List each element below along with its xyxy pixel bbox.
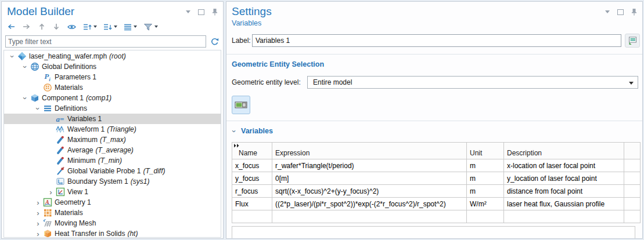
tree-item-root[interactable]: laser_heating_wafer.mph (root) [4, 51, 221, 61]
var-name-cell[interactable] [232, 210, 272, 223]
var-name-cell[interactable]: y_focus [232, 172, 272, 185]
collapse-icon[interactable] [103, 21, 112, 32]
back-icon[interactable] [6, 21, 16, 32]
pin-icon[interactable] [630, 8, 638, 16]
tree-item-label: Minimum [67, 157, 96, 165]
forward-icon[interactable] [22, 21, 31, 32]
definitions-icon [42, 104, 53, 113]
var-extra-cell[interactable] [624, 185, 641, 198]
model-builder-window-controls [184, 8, 218, 16]
var-expression-cell[interactable]: sqrt((x-x_focus)^2+(y-y_focus)^2) [272, 185, 467, 198]
move-up-icon[interactable] [38, 21, 46, 32]
tree-item-average[interactable]: Average (T_average) [4, 145, 221, 155]
panel-menu-chevron-icon[interactable] [603, 8, 611, 16]
float-window-icon[interactable] [617, 8, 624, 16]
tree-item-component-1[interactable]: Component 1 (comp1) [4, 93, 221, 103]
tree-item-global-definitions[interactable]: Global Definitions [4, 61, 221, 72]
column-header-empty [624, 143, 641, 159]
tree-item-view-1[interactable]: View 1 [4, 187, 221, 197]
var-extra-cell[interactable] [624, 198, 641, 210]
show-icon[interactable] [67, 21, 77, 32]
move-down-icon[interactable] [52, 21, 60, 32]
create-named-reference-button[interactable] [625, 34, 640, 48]
tree-item-variables-1[interactable]: a= Variables 1 [4, 114, 221, 124]
var-description-cell[interactable]: distance from focal point [504, 185, 624, 198]
filter-group [143, 21, 158, 32]
geometric-entity-level-row: Geometric entity level: Entire model [232, 76, 638, 89]
variables-table-empty-area[interactable] [232, 226, 635, 239]
var-extra-cell[interactable] [624, 172, 641, 185]
tree-item-label: Global Variable Probe 1 [67, 167, 141, 175]
var-expression-cell[interactable]: 0[m] [272, 172, 467, 185]
collapse-menu-caret-icon[interactable] [114, 26, 117, 28]
geometric-entity-level-select[interactable]: Entire model [307, 76, 638, 89]
tree-item-tag: (T_average) [95, 146, 133, 154]
var-unit-cell[interactable]: m [467, 172, 504, 185]
tree-item-waveform-1[interactable]: Waveform 1 (Triangle) [4, 124, 221, 134]
column-header-description: Description [504, 143, 624, 159]
var-expression-cell[interactable] [272, 210, 467, 223]
var-expression-cell[interactable]: r_wafer*Triangle(t/period) [272, 159, 467, 172]
chevron-expanded-icon[interactable] [21, 63, 29, 71]
tree-item-materials-component[interactable]: Materials [4, 208, 221, 218]
tree-item-definitions[interactable]: Definitions [4, 103, 221, 114]
active-selection-toggle-button[interactable] [232, 96, 250, 114]
filter-menu-caret-icon[interactable] [154, 26, 158, 28]
tree-item-minimum[interactable]: Minimum (T_min) [4, 155, 221, 166]
var-description-cell[interactable]: x-location of laser focal point [504, 159, 624, 172]
var-extra-cell[interactable] [624, 210, 641, 223]
model-builder-panel: Model Builder [1, 1, 224, 239]
float-window-icon[interactable] [197, 8, 205, 16]
tree-item-maximum[interactable]: Maximum (T_max) [4, 134, 221, 145]
var-unit-cell[interactable]: m [467, 185, 504, 198]
var-extra-cell[interactable] [624, 159, 641, 172]
var-unit-cell[interactable] [467, 210, 504, 223]
chevron-expanded-icon[interactable] [9, 53, 16, 60]
chevron-collapsed-icon[interactable] [34, 209, 42, 217]
tree-item-moving-mesh[interactable]: Moving Mesh [4, 218, 221, 228]
var-description-cell[interactable] [504, 210, 624, 223]
tree-item-boundary-system-1[interactable]: Boundary System 1 (sys1) [4, 176, 221, 187]
chevron-collapsed-icon[interactable] [34, 199, 42, 206]
filter-input[interactable] [5, 35, 206, 48]
var-name-cell[interactable]: r_focus [232, 185, 272, 198]
tree-item-label: Geometry 1 [55, 198, 91, 206]
tree-item-geometry-1[interactable]: A Geometry 1 [4, 197, 221, 208]
section-divider [226, 121, 642, 121]
comsol-window: Model Builder [0, 0, 644, 240]
panel-menu-chevron-icon[interactable] [184, 8, 192, 16]
tree-item-heat-transfer-in-solids[interactable]: Heat Transfer in Solids (ht) [4, 228, 221, 238]
variables-table-row: Flux ((2*p_laser)/(pi*r_spot^2))*exp(-(2… [232, 198, 641, 210]
tree-item-materials-global[interactable]: Materials [4, 82, 221, 93]
label-input[interactable] [252, 34, 621, 47]
column-header-unit: Unit [467, 143, 504, 159]
var-name-cell[interactable]: Flux [232, 198, 272, 210]
refresh-icon[interactable] [210, 37, 220, 47]
expand-icon[interactable] [83, 21, 92, 32]
expand-menu-caret-icon[interactable] [93, 26, 97, 28]
variables-table-header-row: Name Expression Unit Description [232, 143, 641, 159]
collapse-group [103, 21, 117, 32]
var-description-cell[interactable]: y_location of laser focal point [504, 172, 624, 185]
settings-window-controls [603, 8, 638, 16]
filter-icon[interactable] [143, 21, 153, 32]
variables-section-header[interactable]: Variables [231, 127, 642, 135]
model-tree-node-text-icon[interactable] [124, 21, 132, 32]
var-description-cell[interactable]: laser heat flux, Gaussian profile [504, 198, 624, 210]
var-expression-cell[interactable]: ((2*p_laser)/(pi*r_spot^2))*exp(-(2*r_fo… [272, 198, 467, 210]
chevron-expanded-icon[interactable] [21, 94, 29, 102]
var-unit-cell[interactable]: m [467, 159, 504, 172]
tree-item-parameters-1[interactable]: Pi Parameters 1 [4, 72, 221, 82]
chevron-collapsed-icon[interactable] [34, 230, 42, 238]
chevron-collapsed-icon[interactable] [34, 220, 42, 227]
settings-panel: Settings Variables Label: Geometric Enti… [226, 1, 643, 239]
chevron-expanded-icon[interactable] [34, 105, 42, 112]
geometric-entity-section-title: Geometric Entity Selection [232, 60, 637, 68]
pin-icon[interactable] [211, 8, 218, 16]
tree-item-global-variable-probe-1[interactable]: Global Variable Probe 1 (T_diff) [4, 166, 221, 176]
var-name-cell[interactable]: x_focus [232, 159, 272, 172]
node-text-menu-caret-icon[interactable] [134, 26, 137, 28]
chevron-collapsed-icon[interactable] [47, 188, 55, 196]
tree-item-tag: (T_max) [100, 136, 126, 144]
var-unit-cell[interactable]: W/m² [467, 198, 504, 210]
